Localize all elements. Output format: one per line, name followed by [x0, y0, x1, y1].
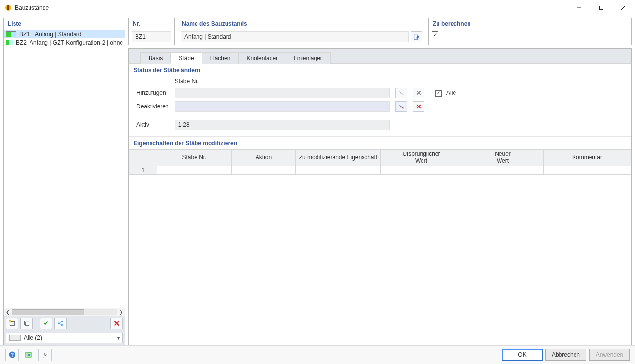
delete-button[interactable] [110, 318, 123, 329]
col-urspruenglich[interactable]: Ursprünglicher Wert [381, 150, 462, 166]
table-row[interactable]: 1 [129, 166, 631, 175]
close-button[interactable] [612, 0, 635, 15]
add-input[interactable] [175, 88, 390, 98]
calc-checkbox[interactable]: ✓ [432, 31, 438, 38]
add-label: Hinzufügen [134, 86, 172, 100]
scroll-left-arrow[interactable]: ❮ [4, 308, 12, 316]
copy-button[interactable] [20, 318, 33, 329]
apply-button[interactable]: Anwenden [589, 349, 630, 361]
col-neuer-wert[interactable]: Neuer Wert [462, 150, 544, 166]
list-panel: Liste BZ1 Anfang | Standard BZ2 Anfang |… [3, 18, 125, 345]
list-item-name: Anfang | Standard [35, 31, 82, 38]
row-number: 1 [129, 166, 157, 175]
nr-input[interactable] [132, 31, 171, 42]
list-item-id: BZ2 [16, 39, 27, 46]
tab-staebe[interactable]: Stäbe [170, 52, 202, 64]
list-filter-row: Alle (2) ▾ [4, 331, 125, 345]
modify-grid[interactable]: Stäbe Nr. Aktion Zu modifizierende Eigen… [129, 149, 631, 345]
deactivate-clear-button[interactable] [413, 101, 424, 112]
svg-point-7 [9, 320, 11, 322]
deactivate-pick-button[interactable] [395, 101, 407, 112]
svg-rect-6 [10, 322, 15, 326]
right-area: Nr. Name des Bauzustands Zu berechnen ✓ [128, 18, 632, 345]
list-item-id: BZ1 [19, 31, 32, 38]
svg-text:fx: fx [43, 352, 47, 358]
active-input[interactable] [175, 120, 390, 130]
edit-name-button[interactable] [411, 31, 422, 42]
horizontal-scrollbar[interactable]: ❮ ❯ [4, 308, 125, 316]
cell[interactable] [381, 166, 462, 175]
maximize-button[interactable] [590, 0, 612, 15]
list-toolbar [4, 316, 125, 331]
col-eigenschaft[interactable]: Zu modifizierende Eigenschaft [296, 150, 381, 166]
modify-title: Eigenschaften der Stäbe modifizieren [129, 137, 631, 149]
calc-label: Zu berechnen [429, 18, 631, 30]
relations-button[interactable] [54, 318, 67, 329]
add-clear-button[interactable] [413, 88, 424, 98]
list-item[interactable]: BZ2 Anfang | GZT-Konfiguration-2 | ohne [4, 38, 125, 46]
cancel-button[interactable]: Abbrechen [545, 349, 586, 361]
cell[interactable] [157, 166, 232, 175]
scroll-thumb[interactable] [12, 309, 84, 315]
grid-corner [129, 150, 157, 166]
svg-rect-1 [7, 5, 9, 10]
chevron-down-icon: ▾ [117, 335, 120, 341]
minimize-button[interactable] [568, 0, 590, 15]
deactivate-input[interactable] [175, 101, 390, 112]
color-swatch [6, 40, 13, 46]
name-label: Name des Bauzustands [178, 18, 425, 30]
tab-knotenlager[interactable]: Knotenlager [238, 52, 286, 64]
svg-text:0,00: 0,00 [26, 353, 32, 357]
svg-text:?: ? [11, 352, 14, 358]
status-section: Status der Stäbe ändern Stäbe Nr. Hinzuf… [129, 64, 631, 137]
list-header: Liste [4, 18, 125, 30]
svg-rect-9 [25, 322, 29, 325]
new-button[interactable] [6, 318, 18, 329]
units-button[interactable]: 0,00 [22, 349, 35, 361]
tabstrip: Basis Stäbe Flächen Knotenlager Linienla… [129, 49, 631, 64]
col-kommentar[interactable]: Kommentar [544, 150, 631, 166]
nr-panel: Nr. [128, 18, 175, 46]
cell[interactable] [462, 166, 544, 175]
list-item-name: Anfang | GZT-Konfiguration-2 | ohne [30, 39, 123, 46]
active-label: Aktiv [134, 118, 172, 132]
scroll-right-arrow[interactable]: ❯ [117, 308, 125, 316]
cell[interactable] [296, 166, 381, 175]
tab-linienlager[interactable]: Linienlager [286, 52, 331, 64]
nr-label: Nr. [129, 18, 174, 30]
help-button[interactable]: ? [5, 349, 19, 361]
tab-basis[interactable]: Basis [140, 52, 171, 64]
add-pick-button[interactable] [395, 88, 407, 98]
status-grid: Stäbe Nr. Hinzufügen [134, 76, 459, 132]
color-swatch [6, 31, 16, 37]
status-title: Status der Stäbe ändern [134, 67, 626, 74]
col-staebe-nr-label: Stäbe Nr. [172, 76, 393, 86]
top-fields: Nr. Name des Bauzustands Zu berechnen ✓ [128, 18, 632, 46]
main-content: Liste BZ1 Anfang | Standard BZ2 Anfang |… [0, 15, 635, 345]
filter-swatch [9, 335, 21, 341]
cell[interactable] [232, 166, 296, 175]
filter-dropdown[interactable]: Alle (2) ▾ [6, 333, 123, 343]
name-input[interactable] [181, 31, 409, 42]
app-icon [4, 4, 12, 12]
window-controls [568, 0, 635, 15]
tab-flaechen[interactable]: Flächen [202, 52, 239, 64]
svg-rect-3 [600, 6, 603, 9]
list-box[interactable]: BZ1 Anfang | Standard BZ2 Anfang | GZT-K… [4, 30, 125, 308]
footer: ? 0,00 fx OK Abbrechen Anwenden [0, 345, 635, 364]
col-staebe-nr[interactable]: Stäbe Nr. [157, 150, 232, 166]
all-checkbox[interactable]: ✓ [435, 90, 442, 97]
scroll-track[interactable] [12, 309, 117, 315]
fx-button[interactable]: fx [38, 349, 52, 361]
list-item[interactable]: BZ1 Anfang | Standard [4, 30, 125, 38]
check-sort-button[interactable] [40, 318, 52, 329]
window-title: Bauzustände [15, 4, 568, 11]
detail-panel: Basis Stäbe Flächen Knotenlager Linienla… [128, 48, 632, 345]
modify-table: Stäbe Nr. Aktion Zu modifizierende Eigen… [129, 149, 631, 175]
calc-panel: Zu berechnen ✓ [428, 18, 632, 46]
ok-button[interactable]: OK [502, 349, 543, 361]
col-aktion[interactable]: Aktion [232, 150, 296, 166]
deactivate-label: Deaktivieren [134, 100, 172, 113]
cell[interactable] [544, 166, 631, 175]
svg-line-19 [402, 107, 404, 109]
